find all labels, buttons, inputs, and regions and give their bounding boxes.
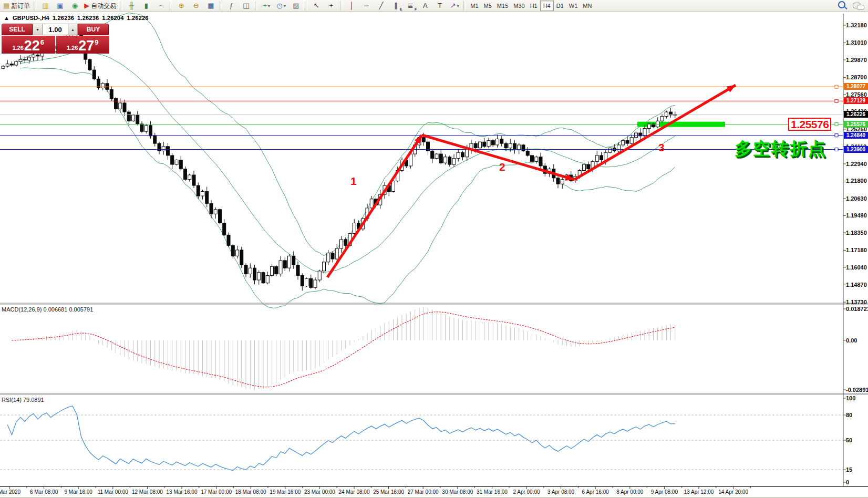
date-tick-label: 3 Apr 08:00 <box>547 489 574 495</box>
bar-chart-button[interactable]: ╫ <box>125 0 138 12</box>
chart-canvas[interactable]: 123 <box>0 0 868 498</box>
ohlc-low: 1.26204 <box>102 15 123 21</box>
toolbar-separator <box>255 1 257 11</box>
trend-arrow-line-1[interactable] <box>327 135 422 277</box>
timeframe-w1-button[interactable]: W1 <box>566 1 581 11</box>
tile-windows-button[interactable]: ▦ <box>204 0 218 12</box>
candle-body <box>231 245 234 256</box>
search-button[interactable] <box>838 1 845 11</box>
trend-arrow-line-3[interactable] <box>574 85 736 180</box>
level-price-badge: 1.23900 <box>844 146 868 153</box>
arrows-button[interactable]: ↗▾ <box>448 0 461 12</box>
hline-handle[interactable] <box>835 85 838 88</box>
timeframe-m5-button[interactable]: M5 <box>481 1 494 11</box>
cursor-button[interactable]: ↖ <box>309 0 323 12</box>
timeframe-d1-button[interactable]: D1 <box>554 1 566 11</box>
candle-body <box>11 64 14 65</box>
buy-price-box[interactable]: 1.26 27 9 <box>56 36 110 54</box>
hline-handle[interactable] <box>835 123 838 126</box>
channel-button[interactable]: ∥E <box>389 0 402 12</box>
timeframe-h4-button[interactable]: H4 <box>540 1 554 11</box>
candle-body <box>587 164 590 169</box>
panel-splitter-rsi[interactable] <box>0 392 868 395</box>
rsi-axis-label: 0 <box>846 479 849 485</box>
trendline-button[interactable]: ╱ <box>374 0 388 12</box>
candle-body <box>452 159 456 164</box>
price-callout[interactable]: 1.25576 <box>788 118 831 131</box>
volume-input[interactable] <box>43 24 68 35</box>
candle-body <box>327 253 330 262</box>
buy-button[interactable]: BUY <box>78 24 109 35</box>
timeframe-h1-button[interactable]: H1 <box>528 1 540 11</box>
chat-button[interactable] <box>853 1 861 11</box>
candle-body <box>483 142 486 147</box>
indicator-windows-button[interactable]: ◫ <box>239 0 253 12</box>
ohlc-open: 1.26236 <box>53 15 74 21</box>
fibonacci-button[interactable]: ≣F <box>404 0 417 12</box>
macd-label: MACD(12,26,9) 0.006681 0.005791 <box>2 306 93 313</box>
candle-body <box>149 126 152 136</box>
horizontal-line-button[interactable]: ─ <box>359 0 373 12</box>
label-button[interactable]: T <box>433 0 447 12</box>
sell-price-box[interactable]: 1.26 22 6 <box>2 36 55 54</box>
candlestick-chart-button[interactable]: ▮ <box>139 0 153 12</box>
date-tick-label: 14 Apr 20:00 <box>718 489 748 495</box>
toolbar-separator <box>34 1 36 11</box>
timeframe-m30-button[interactable]: M30 <box>511 1 527 11</box>
candle-body <box>253 268 256 280</box>
new-order-icon: ▤ <box>3 1 9 11</box>
sell-price-sup: 6 <box>40 38 44 46</box>
date-tick-label: 8 Apr 00:00 <box>616 489 643 495</box>
date-tick-label: 9 Apr 08:00 <box>651 489 678 495</box>
toolbar-separator <box>305 1 307 11</box>
timeframe-m15-button[interactable]: M15 <box>494 1 511 11</box>
price-tick-label: 1.18350 <box>846 230 867 236</box>
timeframe-mn-button[interactable]: MN <box>580 1 594 11</box>
signals-button[interactable]: ◉ <box>68 0 81 12</box>
hline-handle[interactable] <box>835 134 838 137</box>
up-triangle-icon: ▲ <box>4 15 9 21</box>
volume-decrease-button[interactable]: ▼ <box>33 24 43 35</box>
crosshair-button[interactable]: + <box>324 0 338 12</box>
rsi-axis-label: 80 <box>846 412 852 418</box>
text-button[interactable]: A <box>418 0 432 12</box>
hline-handle[interactable] <box>835 99 838 102</box>
candle-body <box>175 160 178 165</box>
volume-increase-button[interactable]: ▲ <box>68 24 78 35</box>
new-order-button[interactable]: ▤新订单 <box>2 0 32 12</box>
candle-body <box>266 275 269 283</box>
candle-body <box>466 150 469 157</box>
panel-splitter-macd[interactable] <box>0 302 868 305</box>
market-watch-button[interactable]: ▥ <box>38 0 52 12</box>
new-chart-button[interactable]: +▾ <box>260 0 273 12</box>
hline-handle[interactable] <box>835 148 838 151</box>
candle-body <box>457 152 460 158</box>
candle-body <box>500 139 503 144</box>
candle-body <box>509 143 512 148</box>
autotrading-icon: ▶ <box>84 1 89 11</box>
candle-body <box>539 157 542 166</box>
level-price-badge: 1.25576 <box>844 121 868 128</box>
current-price-badge: 1.26226 <box>844 111 868 118</box>
toolbar: ▤新订单▥▣◉▶自动交易╫▮~⊕⊖▦ƒ◫+▾◷▾▨↖+│─╱∥E≣FAT↗▾M1… <box>0 0 868 12</box>
templates-button[interactable]: ▨ <box>289 0 303 12</box>
price-tick-label: 1.31010 <box>846 39 867 46</box>
periodicity-button[interactable]: ◷▾ <box>274 0 288 12</box>
horizontal-line-icon: ─ <box>364 1 369 11</box>
sell-button[interactable]: SELL <box>2 24 33 35</box>
timeframe-m1-button[interactable]: M1 <box>468 1 481 11</box>
vertical-line-button[interactable]: │ <box>345 0 358 12</box>
trendline-icon: ╱ <box>379 1 383 11</box>
text-icon: A <box>423 1 428 11</box>
zoom-in-button[interactable]: ⊕ <box>174 0 188 12</box>
level-price-badge: 1.28077 <box>844 83 868 90</box>
line-chart-button[interactable]: ~ <box>154 0 168 12</box>
zoom-out-button[interactable]: ⊖ <box>189 0 203 12</box>
candle-body <box>335 248 338 259</box>
autotrading-button[interactable]: ▶自动交易 <box>82 0 118 12</box>
turning-point-note[interactable]: 多空转折点 <box>735 137 826 161</box>
data-window-button[interactable]: ▣ <box>53 0 67 12</box>
vertical-line-icon: │ <box>349 1 354 11</box>
indicators-button[interactable]: ƒ <box>224 0 238 12</box>
candle-body <box>167 147 170 155</box>
